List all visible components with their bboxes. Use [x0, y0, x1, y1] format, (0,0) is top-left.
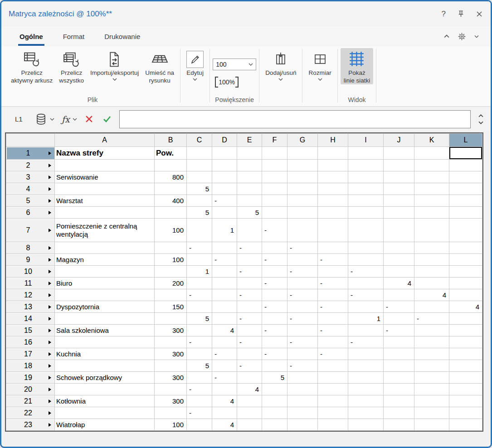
cell-F19[interactable]: 5: [262, 372, 287, 384]
cell-D16[interactable]: [212, 336, 237, 348]
cell-H1[interactable]: [318, 147, 348, 160]
cell-F10[interactable]: [262, 266, 287, 278]
cell-E22[interactable]: [237, 407, 262, 419]
cell-L4[interactable]: [449, 183, 482, 195]
cell-B5[interactable]: 400: [155, 195, 187, 207]
cell-F20[interactable]: [262, 384, 287, 395]
cell-E20[interactable]: 4: [237, 384, 262, 395]
cell-I4[interactable]: [348, 183, 384, 195]
cell-I17[interactable]: [348, 348, 384, 360]
cell-F17[interactable]: -: [262, 348, 287, 360]
cell-H14[interactable]: [318, 313, 348, 325]
importuj-eksportuj-button[interactable]: Importuj/eksportuj: [87, 48, 142, 81]
row-header-2[interactable]: 2: [6, 160, 55, 171]
cell-K6[interactable]: [414, 207, 449, 219]
row-header-19[interactable]: 19: [6, 372, 55, 384]
zoom-100-button[interactable]: 100%: [217, 77, 236, 88]
zoom-level-combobox[interactable]: 100: [213, 58, 256, 70]
cell-C10[interactable]: 1: [187, 266, 212, 278]
cell-K21[interactable]: [414, 395, 449, 407]
row-header-17[interactable]: 17: [6, 348, 55, 360]
cell-H19[interactable]: [318, 372, 348, 384]
cell-I6[interactable]: [348, 207, 384, 219]
cell-H15[interactable]: -: [318, 325, 348, 336]
cell-D9[interactable]: -: [212, 254, 237, 266]
cell-G4[interactable]: [287, 183, 318, 195]
cell-G9[interactable]: [287, 254, 318, 266]
cell-G15[interactable]: [287, 325, 318, 336]
cell-B18[interactable]: [155, 360, 187, 372]
cell-H9[interactable]: -: [318, 254, 348, 266]
cell-D4[interactable]: [212, 183, 237, 195]
cell-H8[interactable]: [318, 242, 348, 254]
cell-C4[interactable]: 5: [187, 183, 212, 195]
cell-I20[interactable]: [348, 384, 384, 395]
formula-input[interactable]: [119, 110, 471, 128]
cancel-icon[interactable]: [85, 115, 93, 123]
cell-J23[interactable]: [384, 419, 414, 431]
cell-K4[interactable]: [414, 183, 449, 195]
cell-F21[interactable]: [262, 395, 287, 407]
row-header-23[interactable]: 23: [6, 419, 55, 431]
cell-E21[interactable]: [237, 395, 262, 407]
cell-C2[interactable]: [187, 160, 212, 171]
cell-G18[interactable]: -: [287, 360, 318, 372]
cell-F9[interactable]: -: [262, 254, 287, 266]
cell-I3[interactable]: [348, 171, 384, 183]
cell-A9[interactable]: Magazyn: [55, 254, 155, 266]
cell-J17[interactable]: [384, 348, 414, 360]
cell-I8[interactable]: [348, 242, 384, 254]
cell-K3[interactable]: [414, 171, 449, 183]
cell-A16[interactable]: [55, 336, 155, 348]
cell-L13[interactable]: 4: [449, 301, 482, 313]
column-header-I[interactable]: I: [348, 134, 384, 147]
cell-I7[interactable]: [348, 219, 384, 242]
cell-C14[interactable]: 5: [187, 313, 212, 325]
rozmiar-button[interactable]: Rozmiar: [305, 48, 334, 81]
cell-K18[interactable]: [414, 360, 449, 372]
cell-E19[interactable]: [237, 372, 262, 384]
cell-C20[interactable]: -: [187, 384, 212, 395]
przelicz-wszystko-button[interactable]: Przelicz wszystko: [56, 48, 87, 84]
cell-F3[interactable]: [262, 171, 287, 183]
cell-L7[interactable]: [449, 219, 482, 242]
cell-J20[interactable]: [384, 384, 414, 395]
cell-C23[interactable]: [187, 419, 212, 431]
cell-C8[interactable]: -: [187, 242, 212, 254]
cell-B14[interactable]: [155, 313, 187, 325]
row-header-20[interactable]: 20: [6, 384, 55, 395]
cell-A18[interactable]: [55, 360, 155, 372]
cell-H23[interactable]: [318, 419, 348, 431]
przelicz-aktywny-arkusz-button[interactable]: Przelicz aktywny arkusz: [8, 48, 56, 84]
cell-G10[interactable]: -: [287, 266, 318, 278]
cell-I10[interactable]: -: [348, 266, 384, 278]
cell-J5[interactable]: [384, 195, 414, 207]
cell-G11[interactable]: [287, 278, 318, 289]
column-header-L[interactable]: L: [449, 134, 482, 147]
cell-A13[interactable]: Dyspozytornia: [55, 301, 155, 313]
cell-J12[interactable]: [384, 289, 414, 301]
cell-A5[interactable]: Warsztat: [55, 195, 155, 207]
cell-I15[interactable]: [348, 325, 384, 336]
cell-A3[interactable]: Serwisowanie: [55, 171, 155, 183]
cell-L14[interactable]: [449, 313, 482, 325]
cell-E5[interactable]: [237, 195, 262, 207]
cell-H11[interactable]: -: [318, 278, 348, 289]
cell-B4[interactable]: [155, 183, 187, 195]
cell-L16[interactable]: [449, 336, 482, 348]
cell-L2[interactable]: [449, 160, 482, 171]
cell-D1[interactable]: [212, 147, 237, 160]
cell-H13[interactable]: -: [318, 301, 348, 313]
row-header-10[interactable]: 10: [6, 266, 55, 278]
cell-J11[interactable]: 4: [384, 278, 414, 289]
cell-G23[interactable]: [287, 419, 318, 431]
cell-A12[interactable]: [55, 289, 155, 301]
cell-G5[interactable]: [287, 195, 318, 207]
row-header-1[interactable]: 1: [6, 147, 55, 160]
confirm-icon[interactable]: [103, 116, 111, 122]
chevron-down-icon[interactable]: [73, 118, 77, 121]
chevron-down-icon[interactable]: [278, 78, 283, 81]
cell-B7[interactable]: 100: [155, 219, 187, 242]
cell-D14[interactable]: [212, 313, 237, 325]
cell-B6[interactable]: [155, 207, 187, 219]
